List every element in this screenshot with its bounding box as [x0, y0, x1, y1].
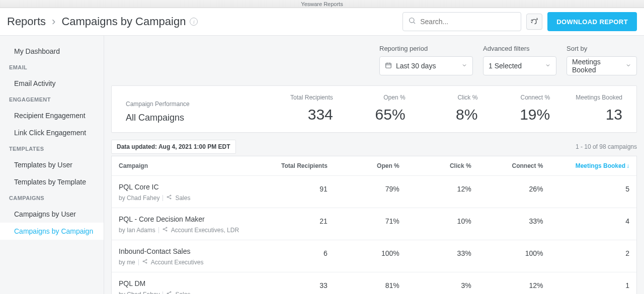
share-icon — [162, 226, 168, 234]
sidebar-item-label: My Dashboard — [14, 47, 60, 55]
sidebar-item-label: Templates by Template — [14, 178, 86, 186]
window-title: Yesware Reports — [0, 0, 644, 8]
svg-line-1 — [414, 22, 415, 24]
table-cell: 4 — [550, 208, 636, 240]
summary-total-recipients: 334 — [308, 106, 333, 123]
table-cell: 100% — [478, 240, 550, 272]
svg-line-10 — [168, 198, 170, 199]
sidebar-item-campaigns-by-campaign[interactable]: Campaigns by Campaign — [0, 223, 104, 240]
advanced-filters-select[interactable]: 1 Selected — [483, 56, 556, 75]
table-row[interactable]: PQL - Core Decision Makerby Ian AdamsAcc… — [112, 208, 636, 240]
table-row[interactable]: Inbound-Contact Salesby meAccount Execut… — [112, 240, 636, 272]
svg-point-22 — [170, 291, 171, 292]
filter-label-period: Reporting period — [379, 45, 473, 52]
table-cell: 21 — [263, 208, 335, 240]
info-icon[interactable]: i — [190, 18, 198, 26]
table-header-connect-[interactable]: Connect % — [478, 156, 550, 175]
breadcrumb-current: Campaigns by Campaign i — [61, 15, 198, 28]
advanced-filters-value: 1 Selected — [489, 62, 522, 70]
search-input[interactable] — [420, 18, 516, 26]
sidebar-item-label: Campaigns by User — [14, 210, 76, 218]
table-row[interactable]: PQL Core ICby Chad FaheySales9179%12%26%… — [112, 176, 636, 208]
sidebar-item-label: Templates by User — [14, 161, 72, 169]
table-header-meetings-booked[interactable]: Meetings Booked↓ — [550, 156, 636, 175]
sidebar-item-label: Campaigns by Campaign — [14, 227, 93, 235]
sidebar-item-templates-by-template[interactable]: Templates by Template — [0, 173, 104, 190]
table-header-total-recipients[interactable]: Total Recipients — [263, 156, 335, 175]
svg-line-19 — [144, 260, 146, 261]
share-icon — [166, 194, 172, 202]
svg-line-9 — [168, 196, 170, 197]
table-cell: 33 — [263, 272, 335, 294]
svg-point-11 — [163, 229, 164, 230]
sidebar-group: CAMPAIGNS — [0, 190, 104, 206]
campaign-subline: by Chad FaheySales — [119, 290, 256, 294]
svg-point-6 — [167, 197, 168, 198]
summary-card: Campaign Performance All Campaigns Total… — [111, 85, 637, 133]
sidebar-item-link-click-engagement[interactable]: Link Click Engagement — [0, 124, 104, 141]
divider — [138, 259, 139, 265]
campaign-cell: PQL Core ICby Chad FaheySales — [112, 176, 263, 208]
share-icon — [166, 290, 172, 294]
sidebar-item-label: Email Activity — [14, 79, 55, 87]
reporting-period-select[interactable]: Last 30 days — [379, 56, 473, 75]
sort-desc-icon: ↓ — [626, 162, 629, 169]
summary-card-title: All Campaigns — [126, 113, 184, 123]
divider — [163, 291, 163, 295]
table-cell: 79% — [335, 176, 407, 208]
wave-button[interactable] — [526, 14, 542, 30]
svg-point-16 — [143, 261, 144, 262]
table-cell: 3% — [407, 272, 478, 294]
main-content: Reporting period Last 30 days Advanced f… — [104, 36, 644, 294]
sidebar-item-campaigns-by-user[interactable]: Campaigns by User — [0, 206, 104, 223]
calendar-icon — [385, 62, 392, 70]
table-cell: 91 — [263, 176, 335, 208]
sidebar: My DashboardEMAILEmail ActivityENGAGEMEN… — [0, 36, 104, 294]
search-icon — [408, 17, 416, 27]
campaign-subline: by meAccount Executives — [119, 258, 256, 266]
svg-line-24 — [168, 292, 170, 293]
sidebar-item-templates-by-user[interactable]: Templates by User — [0, 156, 104, 173]
svg-point-8 — [170, 198, 171, 199]
sort-by-value: Meetings Booked — [572, 58, 621, 74]
table-cell: 81% — [335, 272, 407, 294]
filter-label-advanced: Advanced filters — [483, 45, 556, 52]
sidebar-item-email-activity[interactable]: Email Activity — [0, 75, 104, 92]
table-cell: 12% — [407, 176, 478, 208]
svg-line-15 — [164, 230, 166, 231]
sidebar-item-label: EMAIL — [9, 64, 27, 70]
download-report-button[interactable]: DOWNLOAD REPORT — [547, 12, 637, 31]
search-input-wrap[interactable] — [403, 12, 521, 31]
sidebar-group: ENGAGEMENT — [0, 92, 104, 107]
page-header: Reports › Campaigns by Campaign i DOWNLO… — [0, 8, 644, 36]
reporting-period-value: Last 30 days — [396, 62, 436, 70]
summary-click-pct: 8% — [456, 106, 477, 123]
table-cell: 26% — [478, 176, 550, 208]
chevron-down-icon — [545, 62, 551, 70]
campaign-name: Inbound-Contact Sales — [119, 247, 256, 255]
sort-by-select[interactable]: Meetings Booked — [567, 56, 637, 75]
table-cell: 6 — [263, 240, 335, 272]
table-cell: 12% — [478, 272, 550, 294]
sidebar-item-my-dashboard[interactable]: My Dashboard — [0, 43, 104, 60]
table-row[interactable]: PQL DMby Chad FaheySales3381%3%12%1 — [112, 272, 636, 294]
sidebar-item-recipient-engagement[interactable]: Recipient Engagement — [0, 107, 104, 124]
divider — [163, 195, 163, 201]
table-cell: 5 — [550, 176, 636, 208]
divider — [158, 227, 159, 233]
table-header-campaign[interactable]: Campaign — [112, 156, 263, 175]
svg-point-13 — [166, 230, 167, 231]
campaign-name: PQL DM — [119, 279, 256, 287]
campaign-cell: PQL DMby Chad FaheySales — [112, 272, 263, 294]
table-header: CampaignTotal RecipientsOpen %Click %Con… — [112, 156, 636, 176]
summary-meetings-booked: 13 — [606, 106, 622, 123]
sidebar-item-label: TEMPLATES — [9, 146, 44, 152]
table-header-click-[interactable]: Click % — [407, 156, 478, 175]
page-title: Campaigns by Campaign — [61, 15, 186, 28]
breadcrumb-root[interactable]: Reports — [7, 15, 46, 28]
table-cell: 100% — [335, 240, 407, 272]
table-header-open-[interactable]: Open % — [335, 156, 407, 175]
sidebar-item-label: ENGAGEMENT — [9, 96, 51, 103]
svg-rect-2 — [386, 63, 391, 67]
campaign-name: PQL Core IC — [119, 183, 256, 191]
